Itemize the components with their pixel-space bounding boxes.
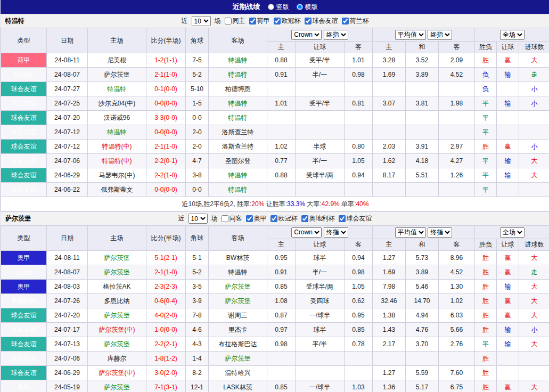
score[interactable]: 2-2(1-0) bbox=[146, 168, 186, 183]
score[interactable]: 2-3(2-3) bbox=[146, 280, 186, 294]
score[interactable]: 5-1(2-1) bbox=[146, 251, 186, 265]
score[interactable]: 3-0(2-0) bbox=[146, 366, 186, 380]
score[interactable]: 0-6(0-4) bbox=[146, 294, 186, 308]
avg-source-select[interactable]: 平均值 bbox=[395, 30, 426, 40]
same-side-filter[interactable]: 同主 bbox=[225, 17, 245, 26]
avg-time-select[interactable]: 终指 bbox=[428, 227, 452, 238]
away-team[interactable]: 圣图尔登 bbox=[209, 154, 267, 168]
score[interactable]: 1-0(0-0) bbox=[146, 323, 186, 337]
home-team[interactable]: 萨尔茨堡 bbox=[88, 380, 146, 392]
league-filter[interactable]: 荷甲 bbox=[249, 17, 270, 26]
score[interactable]: 0-0(0-0) bbox=[146, 183, 186, 197]
away-team[interactable]: 里杰卡 bbox=[209, 323, 267, 337]
league-filter[interactable]: 奥甲 bbox=[246, 214, 267, 223]
match-count-select[interactable]: 10 bbox=[189, 214, 208, 224]
away-team[interactable]: 谢周三 bbox=[209, 308, 267, 323]
score[interactable]: 0-0(0-0) bbox=[146, 125, 186, 140]
league-checkbox[interactable] bbox=[339, 215, 346, 222]
layout-horizontal-radio[interactable] bbox=[297, 4, 303, 10]
avg-away: 7.60 bbox=[439, 366, 475, 380]
home-team[interactable]: 萨尔茨堡 bbox=[88, 337, 146, 352]
league-filter[interactable]: 球会友谊 bbox=[339, 214, 372, 223]
home-team[interactable]: 萨尔茨堡(中) bbox=[88, 323, 146, 337]
league-filter[interactable]: 荷兰杯 bbox=[342, 17, 369, 26]
away-team[interactable]: 特温特 bbox=[209, 111, 267, 125]
league-filter[interactable]: 欧冠杯 bbox=[271, 214, 298, 223]
league-checkbox[interactable] bbox=[249, 18, 256, 24]
match-count-select[interactable]: 10 bbox=[192, 16, 211, 26]
away-team[interactable]: 萨尔茨堡 bbox=[209, 280, 267, 294]
away-team[interactable]: 特温特 bbox=[209, 96, 267, 111]
away-team[interactable]: 萨尔茨堡 bbox=[209, 294, 267, 308]
away-team[interactable]: 萨尔茨堡 bbox=[209, 352, 267, 366]
league-filter[interactable]: 球会友谊 bbox=[305, 17, 338, 26]
same-side-filter[interactable]: 同客 bbox=[222, 214, 242, 223]
league-filter[interactable]: 奥地利杯 bbox=[301, 214, 335, 223]
away-team[interactable]: 洛斯查兰特 bbox=[209, 125, 267, 140]
away-team[interactable]: 特温特 bbox=[209, 168, 267, 183]
layout-vertical-radio[interactable] bbox=[268, 4, 274, 10]
league-checkbox[interactable] bbox=[342, 18, 349, 24]
layout-horizontal-option[interactable]: 横版 bbox=[297, 3, 318, 12]
home-team[interactable]: 特温特 bbox=[88, 82, 146, 96]
league-filter[interactable]: 欧冠杯 bbox=[274, 17, 301, 26]
odds-time-select[interactable]: 终指 bbox=[324, 30, 348, 40]
home-team[interactable]: 萨尔茨堡 bbox=[88, 308, 146, 323]
home-team[interactable]: 库赫尔 bbox=[88, 352, 146, 366]
home-team[interactable]: 沙尔克04(中) bbox=[88, 96, 146, 111]
score[interactable]: 2-2(0-1) bbox=[146, 154, 186, 168]
away-team[interactable]: 特温特 bbox=[209, 265, 267, 280]
scope-select[interactable]: 全场 bbox=[500, 30, 525, 40]
odds-source-select[interactable]: Crown bbox=[291, 227, 322, 238]
score[interactable]: 7-1(3-1) bbox=[146, 380, 186, 392]
same-side-checkbox[interactable] bbox=[225, 18, 232, 24]
home-team[interactable]: 萨尔茨堡 bbox=[88, 265, 146, 280]
home-team[interactable]: 萨尔茨堡(中) bbox=[88, 366, 146, 380]
away-team[interactable]: 布拉格斯巴达 bbox=[209, 337, 267, 352]
home-team[interactable]: 特温特(中) bbox=[88, 140, 146, 154]
league-checkbox[interactable] bbox=[246, 215, 253, 222]
odds-source-select[interactable]: Crown bbox=[291, 30, 322, 40]
home-team[interactable]: 多恩比纳 bbox=[88, 294, 146, 308]
away-team[interactable]: 洛斯查兰特 bbox=[209, 140, 267, 154]
home-team[interactable]: 萨尔茨堡 bbox=[88, 68, 146, 82]
home-team[interactable]: 特温特(中) bbox=[88, 154, 146, 168]
home-team[interactable]: 特温特 bbox=[88, 125, 146, 140]
home-team[interactable]: 尼美根 bbox=[88, 53, 146, 68]
home-team[interactable]: 汉诺威96 bbox=[88, 111, 146, 125]
away-team[interactable]: 温特哈兴 bbox=[209, 366, 267, 380]
result-outcome: 平 bbox=[475, 125, 497, 140]
score[interactable]: 3-3(0-0) bbox=[146, 111, 186, 125]
away-team[interactable]: 特温特 bbox=[209, 68, 267, 82]
league-checkbox[interactable] bbox=[301, 215, 308, 222]
league-checkbox[interactable] bbox=[305, 18, 312, 24]
away-team[interactable]: 特温特 bbox=[209, 53, 267, 68]
score[interactable]: 2-1(1-0) bbox=[146, 265, 186, 280]
avg-source-select[interactable]: 平均值 bbox=[395, 227, 426, 238]
odds-home: 0.91 bbox=[267, 68, 296, 82]
score[interactable]: 2-1(1-0) bbox=[146, 140, 186, 154]
home-team[interactable]: 马瑟韦尔(中) bbox=[88, 168, 146, 183]
away-team[interactable]: 柏德博恩 bbox=[209, 82, 267, 96]
away-team[interactable]: BW林茨 bbox=[209, 251, 267, 265]
score[interactable]: 2-1(1-0) bbox=[146, 68, 186, 82]
league-checkbox[interactable] bbox=[274, 18, 281, 24]
layout-vertical-option[interactable]: 竖版 bbox=[268, 3, 289, 12]
same-side-checkbox[interactable] bbox=[222, 215, 228, 222]
home-team[interactable]: 萨尔茨堡 bbox=[88, 251, 146, 265]
away-team[interactable]: 特温特 bbox=[209, 183, 267, 197]
score[interactable]: 4-0(2-0) bbox=[146, 308, 186, 323]
scope-select[interactable]: 全场 bbox=[500, 227, 525, 238]
home-team[interactable]: 俄弗斯蒂文 bbox=[88, 183, 146, 197]
away-team[interactable]: LASK林茨 bbox=[209, 380, 267, 392]
avg-time-select[interactable]: 终指 bbox=[428, 30, 452, 40]
score[interactable]: 1-8(1-2) bbox=[146, 352, 186, 366]
score[interactable]: 0-0(0-0) bbox=[146, 96, 186, 111]
score[interactable]: 0-1(0-0) bbox=[146, 82, 186, 96]
corners: 3-8 bbox=[186, 168, 209, 183]
score[interactable]: 1-2(1-1) bbox=[146, 53, 186, 68]
odds-time-select[interactable]: 终指 bbox=[324, 227, 348, 238]
home-team[interactable]: 格拉茨AK bbox=[88, 280, 146, 294]
score[interactable]: 2-2(2-1) bbox=[146, 337, 186, 352]
league-checkbox[interactable] bbox=[271, 215, 277, 222]
